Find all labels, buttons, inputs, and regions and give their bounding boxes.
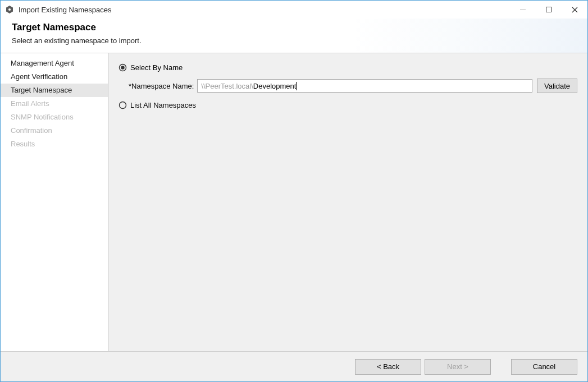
wizard-header: Target Namespace Select an existing name…	[1, 19, 587, 53]
namespace-name-row: *Namespace Name: \\PeerTest.local\ Devel…	[129, 79, 577, 93]
svg-point-8	[120, 102, 126, 109]
namespace-name-label: *Namespace Name:	[129, 82, 194, 90]
radio-unselected-icon	[118, 101, 127, 109]
next-button[interactable]: Next >	[425, 359, 491, 375]
option-select-by-name[interactable]: Select By Name	[118, 63, 577, 72]
namespace-name-prefix: \\PeerTest.local\	[201, 82, 253, 90]
option-select-by-name-label: Select By Name	[130, 63, 183, 72]
radio-selected-icon	[118, 63, 127, 72]
option-list-all-namespaces-label: List All Namespaces	[130, 101, 196, 109]
window-controls	[510, 1, 587, 19]
cancel-button[interactable]: Cancel	[511, 359, 577, 375]
back-button[interactable]: < Back	[355, 359, 421, 375]
namespace-name-value: Development	[253, 82, 297, 90]
minimize-button[interactable]	[510, 1, 536, 19]
wizard-main-panel: Select By Name *Namespace Name: \\PeerTe…	[108, 53, 587, 351]
step-email-alerts: Email Alerts	[1, 97, 108, 111]
namespace-name-input[interactable]: \\PeerTest.local\ Development	[197, 79, 532, 93]
close-button[interactable]	[562, 1, 587, 19]
step-agent-verification[interactable]: Agent Verification	[1, 70, 108, 84]
step-management-agent[interactable]: Management Agent	[1, 57, 108, 70]
wizard-body: Management Agent Agent Verification Targ…	[1, 53, 587, 351]
wizard-footer: < Back Next > Cancel	[1, 351, 587, 381]
option-list-all-namespaces[interactable]: List All Namespaces	[118, 101, 577, 109]
maximize-button[interactable]	[536, 1, 562, 19]
app-icon	[5, 5, 14, 14]
step-results: Results	[1, 137, 108, 151]
step-snmp-notifications: SNMP Notifications	[1, 111, 108, 124]
text-caret-icon	[296, 82, 297, 90]
step-target-namespace[interactable]: Target Namespace	[1, 84, 108, 97]
step-confirmation: Confirmation	[1, 124, 108, 137]
validate-button[interactable]: Validate	[537, 79, 577, 93]
page-subtitle: Select an existing namespace to import.	[12, 36, 576, 45]
titlebar: Import Existing Namespaces	[1, 1, 587, 19]
svg-point-1	[8, 8, 11, 11]
wizard-steps-sidebar: Management Agent Agent Verification Targ…	[1, 53, 108, 351]
window-title: Import Existing Namespaces	[17, 6, 510, 14]
page-title: Target Namespace	[12, 22, 576, 33]
svg-point-7	[121, 66, 124, 69]
svg-rect-3	[546, 7, 551, 12]
